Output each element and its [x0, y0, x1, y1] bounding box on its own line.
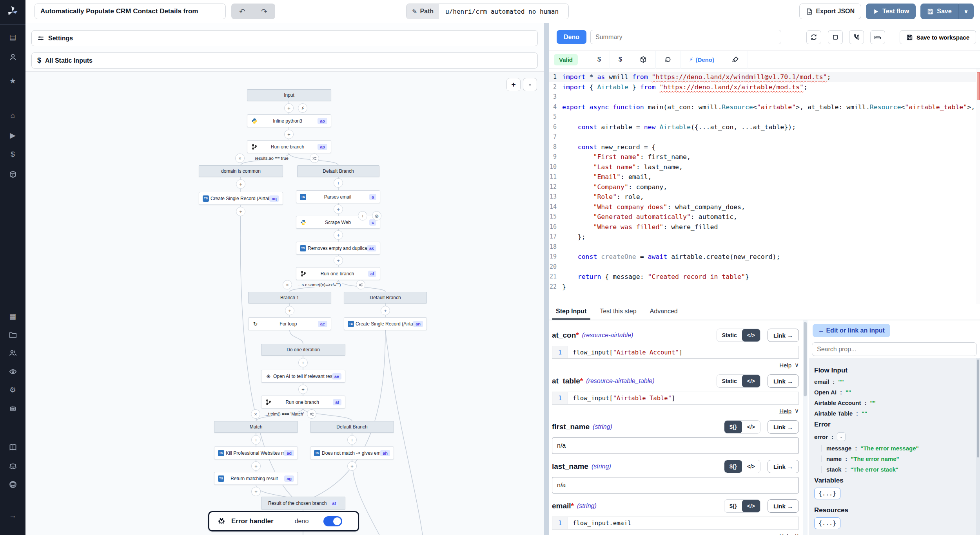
code-line-22[interactable]: 22}: [549, 282, 980, 292]
code-line-20[interactable]: 20: [549, 262, 980, 272]
prop-row-message[interactable]: message:"The error message": [821, 445, 975, 452]
code-line-19[interactable]: 19 const createOne = await airtable.crea…: [549, 252, 980, 262]
expression-editor[interactable]: 1flow_input.email: [552, 517, 799, 530]
branch-shuffle-icon[interactable]: [310, 154, 319, 163]
apps-hub-icon[interactable]: [0, 168, 25, 181]
insert-step-plus-icon[interactable]: +: [284, 103, 294, 113]
object-expand-button[interactable]: {...}: [814, 517, 840, 529]
javascript-mode-button[interactable]: </>: [742, 329, 760, 342]
all-static-inputs-button[interactable]: $ All Static Inputs: [31, 52, 538, 69]
remove-branch-x-icon[interactable]: ×: [283, 280, 292, 289]
object-expand-button[interactable]: {...}: [814, 488, 840, 499]
code-line-15[interactable]: 15 "Generated automatically": automatic,: [549, 212, 980, 222]
branch-default-1[interactable]: Default Branch: [297, 165, 379, 177]
code-scrollbar[interactable]: [976, 69, 980, 304]
prop-row-airtable-table[interactable]: Airtable Table:"": [814, 410, 975, 417]
javascript-mode-button[interactable]: </>: [742, 500, 760, 512]
field-value-input[interactable]: [552, 437, 799, 454]
redo-icon[interactable]: ↷: [261, 7, 267, 16]
static-mode-button[interactable]: ${}: [724, 421, 742, 433]
favorites-star-icon[interactable]: ★: [0, 74, 25, 87]
branch-shuffle-icon[interactable]: [356, 280, 365, 289]
removes-empty-duplicates[interactable]: TSRemoves empty and duplicatesak: [296, 242, 380, 255]
insert-step-plus-icon[interactable]: +: [251, 487, 261, 496]
workspace-building-icon[interactable]: ▤: [0, 30, 25, 43]
format-brush-icon[interactable]: [723, 51, 748, 69]
stop-icon[interactable]: [828, 30, 843, 44]
schedules-calendar-icon[interactable]: ▦: [0, 309, 25, 323]
code-line-21[interactable]: 21 return { message: "Created record in …: [549, 272, 980, 282]
insert-step-plus-icon[interactable]: +: [334, 178, 343, 188]
chevron-down-icon[interactable]: ∨: [795, 407, 799, 414]
restart-icon[interactable]: [806, 30, 821, 44]
home-icon[interactable]: ⌂: [0, 109, 25, 122]
static-mode-button[interactable]: ${}: [724, 460, 742, 473]
panel-splitter[interactable]: [544, 23, 549, 535]
insert-step-plus-icon[interactable]: +: [334, 256, 343, 265]
kill-professional-websites[interactable]: TSKill Professional Websites mentionsad: [214, 446, 298, 459]
help-link[interactable]: Help: [779, 362, 791, 369]
insert-step-plus-icon[interactable]: +: [251, 461, 261, 471]
code-line-9[interactable]: 9 "First name": first_name,: [549, 152, 980, 162]
input-mode-toggle[interactable]: ${}</>: [724, 499, 760, 513]
audit-eye-icon[interactable]: [0, 365, 25, 378]
windmill-logo-icon[interactable]: [5, 5, 20, 19]
insert-step-plus-icon[interactable]: +: [334, 230, 343, 240]
code-line-5[interactable]: 5: [549, 112, 980, 122]
resource-picker-icon[interactable]: $: [610, 51, 631, 69]
step-pane-scrollbar[interactable]: [803, 320, 808, 535]
prop-row-open-ai[interactable]: Open AI:"": [814, 389, 975, 396]
prop-row-stack[interactable]: stack:"The error stack": [821, 466, 975, 473]
code-line-12[interactable]: 12 "Company": company,: [549, 182, 980, 192]
prop-row-error[interactable]: error:-: [814, 432, 975, 441]
folders-icon[interactable]: [0, 328, 25, 342]
link-input-button[interactable]: Link →: [768, 420, 799, 434]
javascript-mode-button[interactable]: </>: [742, 375, 760, 387]
code-line-10[interactable]: 10 "Last name": last_name,: [549, 162, 980, 172]
tab-step-input[interactable]: Step Input: [552, 304, 590, 320]
expression-editor[interactable]: 1flow_input["Airtable Account"]: [552, 346, 799, 359]
insert-step-plus-icon[interactable]: +: [284, 130, 294, 139]
chevron-down-icon[interactable]: ∨: [795, 361, 799, 369]
path-chip[interactable]: ✎Path u/henri/crm_automated_no_human: [406, 4, 569, 19]
code-line-7[interactable]: 7: [549, 132, 980, 142]
javascript-mode-button[interactable]: </>: [742, 460, 760, 473]
user-icon[interactable]: [0, 51, 25, 64]
code-line-16[interactable]: 16 "Where was filled": where_filled: [549, 222, 980, 232]
ai-assistant-button[interactable]: ⚡(Deno): [681, 51, 723, 69]
link-input-button[interactable]: Link →: [768, 374, 799, 388]
save-dropdown-button[interactable]: ∨: [958, 4, 974, 19]
parses-email[interactable]: TSParses emaila: [296, 190, 380, 203]
zoom-in-button[interactable]: +: [506, 78, 521, 91]
trigger-lightning-icon[interactable]: ⚡: [298, 103, 307, 113]
undo-icon[interactable]: ↶: [239, 7, 245, 16]
scrape-web[interactable]: Scrape Webc: [296, 216, 380, 229]
branch-domain-is-common[interactable]: domain is common: [199, 165, 283, 177]
does-not-match-empty[interactable]: TSDoes not match -> gives empty valueah: [310, 446, 394, 459]
code-line-13[interactable]: 13 "Role": role,: [549, 192, 980, 202]
insert-step-plus-icon[interactable]: +: [285, 306, 294, 315]
phone-incoming-icon[interactable]: [849, 30, 864, 44]
tab-test-this-step[interactable]: Test this step: [596, 304, 640, 320]
insert-step-plus-icon[interactable]: +: [347, 461, 357, 471]
prop-row-airtable-account[interactable]: Airtable Account:"": [814, 399, 975, 406]
flow-title-input[interactable]: [34, 4, 226, 19]
run-one-branch-ap[interactable]: Run one branchap: [247, 140, 331, 153]
zoom-out-button[interactable]: -: [523, 78, 537, 91]
code-line-1[interactable]: 1import * as wmill from "https://deno.la…: [549, 72, 980, 82]
help-link[interactable]: Help: [779, 533, 791, 535]
openai-tell-if-relevant[interactable]: ✳Open AI to tell if relevant resultae: [261, 370, 345, 383]
insert-step-plus-icon[interactable]: +: [236, 179, 245, 189]
javascript-mode-button[interactable]: </>: [742, 421, 760, 433]
error-handler-toggle[interactable]: [323, 516, 342, 526]
variable-picker-icon[interactable]: $: [589, 51, 610, 69]
code-editor[interactable]: 1import * as wmill from "https://deno.la…: [549, 69, 980, 304]
export-json-button[interactable]: Export JSON: [799, 4, 861, 19]
insert-step-plus-icon[interactable]: +: [251, 435, 261, 445]
static-mode-button[interactable]: Static: [717, 375, 742, 387]
docs-book-icon[interactable]: [0, 441, 25, 454]
save-button[interactable]: Save: [920, 4, 958, 19]
code-line-4[interactable]: 4export async function main(at_con: wmil…: [549, 102, 980, 112]
return-matching-result[interactable]: TSReturn matching resultag: [214, 472, 298, 485]
do-one-iteration[interactable]: Do one iteration: [261, 344, 345, 356]
